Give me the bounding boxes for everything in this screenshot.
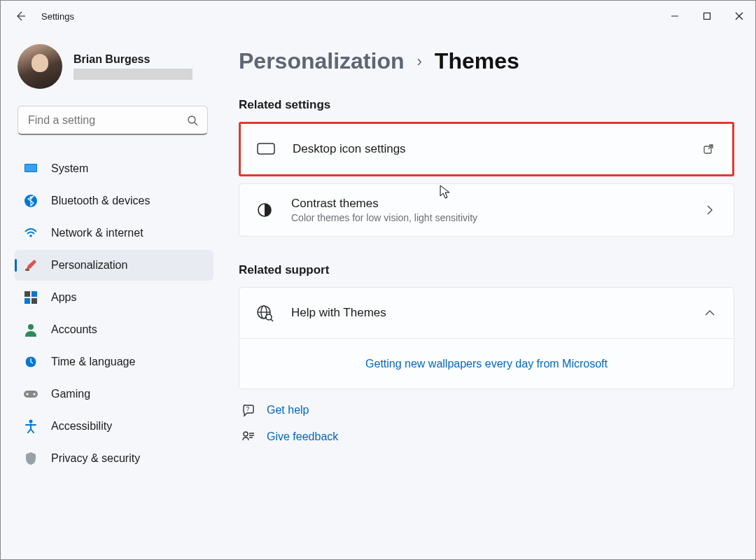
svg-rect-12 <box>31 291 37 297</box>
sidebar: Brian Burgess System Bluetooth & devices <box>1 31 218 559</box>
nav-list: System Bluetooth & devices Network & int… <box>12 153 214 474</box>
contrast-themes-card[interactable]: Contrast themes Color themes for low vis… <box>239 183 734 237</box>
highlighted-region: Desktop icon settings <box>239 122 734 176</box>
svg-point-31 <box>244 432 248 436</box>
nav-item-personalization[interactable]: Personalization <box>15 250 214 281</box>
user-name: Brian Burgess <box>74 53 192 66</box>
svg-point-28 <box>266 314 272 320</box>
wifi-icon <box>23 225 38 241</box>
card-title: Contrast themes <box>291 197 685 211</box>
svg-point-9 <box>29 234 32 237</box>
user-email-redacted <box>74 69 192 80</box>
nav-label: Privacy & security <box>51 452 140 465</box>
nav-label: Time & language <box>51 356 135 368</box>
nav-item-system[interactable]: System <box>15 153 214 184</box>
wallpaper-link-row[interactable]: Getting new wallpapers every day from Mi… <box>239 338 734 388</box>
maximize-icon <box>703 12 711 20</box>
close-button[interactable] <box>723 4 755 29</box>
chevron-right-icon <box>701 204 718 216</box>
link-text: Get help <box>267 404 309 416</box>
svg-point-20 <box>34 393 36 396</box>
avatar <box>18 44 62 89</box>
chevron-right-icon: › <box>417 52 422 71</box>
nav-label: Network & internet <box>51 227 144 239</box>
nav-item-time[interactable]: Time & language <box>15 346 214 377</box>
desktop-icon <box>256 142 276 156</box>
window-title: Settings <box>41 11 74 22</box>
nav-label: Accounts <box>51 323 97 336</box>
breadcrumb-parent[interactable]: Personalization <box>239 48 405 74</box>
apps-icon <box>23 290 38 305</box>
svg-point-4 <box>188 116 195 123</box>
link-text: Give feedback <box>267 430 338 443</box>
svg-rect-22 <box>258 144 274 154</box>
person-icon <box>23 322 38 337</box>
related-support-heading: Related support <box>239 263 734 277</box>
svg-point-19 <box>27 393 29 396</box>
minimize-button[interactable] <box>659 4 691 29</box>
settings-window: Settings Brian Burgess <box>0 0 756 560</box>
give-feedback-link[interactable]: Give feedback <box>241 430 734 444</box>
chevron-up-icon <box>701 309 718 316</box>
search-input[interactable] <box>18 106 208 135</box>
svg-line-5 <box>195 122 197 125</box>
bluetooth-icon <box>23 193 38 209</box>
monitor-icon <box>23 161 38 176</box>
nav-item-apps[interactable]: Apps <box>15 282 214 313</box>
help-with-themes-card: Help with Themes Getting new wallpapers … <box>239 287 734 389</box>
window-controls <box>659 4 755 29</box>
maximize-button[interactable] <box>691 4 723 29</box>
nav-item-network[interactable]: Network & internet <box>15 218 214 248</box>
main-panel: Personalization › Themes Related setting… <box>218 31 755 559</box>
svg-rect-18 <box>24 391 38 398</box>
nav-item-privacy[interactable]: Privacy & security <box>15 443 214 474</box>
card-subtitle: Color themes for low vision, light sensi… <box>291 212 685 223</box>
card-title: Help with Themes <box>291 306 685 320</box>
paintbrush-icon <box>23 258 38 273</box>
breadcrumb-current: Themes <box>435 48 519 74</box>
minimize-icon <box>671 12 679 20</box>
nav-label: Apps <box>51 291 76 304</box>
back-button[interactable] <box>13 9 27 23</box>
nav-item-gaming[interactable]: Gaming <box>15 379 214 410</box>
chat-help-icon: ? <box>241 403 255 417</box>
related-settings-heading: Related settings <box>239 98 734 112</box>
accessibility-icon <box>23 419 38 434</box>
desktop-icon-settings-card[interactable]: Desktop icon settings <box>241 124 732 174</box>
svg-point-15 <box>28 324 34 330</box>
nav-label: Gaming <box>51 388 90 400</box>
titlebar: Settings <box>1 1 755 31</box>
nav-item-accounts[interactable]: Accounts <box>15 314 214 345</box>
globe-search-icon <box>255 304 274 322</box>
feedback-icon <box>241 430 255 444</box>
nav-label: Bluetooth & devices <box>51 195 150 207</box>
nav-label: Personalization <box>51 259 127 272</box>
svg-line-29 <box>271 319 273 321</box>
gamepad-icon <box>23 386 38 402</box>
external-link-icon <box>700 144 717 155</box>
wallpaper-link: Getting new wallpapers every day from Mi… <box>365 358 608 370</box>
help-with-themes-row[interactable]: Help with Themes <box>239 288 734 338</box>
svg-rect-10 <box>25 269 29 271</box>
shield-icon <box>23 451 38 466</box>
nav-item-bluetooth[interactable]: Bluetooth & devices <box>15 186 214 216</box>
svg-rect-14 <box>31 298 37 304</box>
svg-rect-7 <box>25 164 36 172</box>
nav-item-accessibility[interactable]: Accessibility <box>15 411 214 442</box>
svg-rect-11 <box>24 291 30 297</box>
close-icon <box>735 12 743 20</box>
card-title: Desktop icon settings <box>293 142 683 156</box>
breadcrumb: Personalization › Themes <box>239 48 734 74</box>
svg-text:?: ? <box>246 405 249 412</box>
globe-clock-icon <box>23 354 38 370</box>
svg-point-21 <box>29 420 33 424</box>
contrast-icon <box>255 202 274 218</box>
user-account-row[interactable]: Brian Burgess <box>12 40 214 102</box>
nav-label: System <box>51 162 88 175</box>
svg-rect-1 <box>704 13 710 20</box>
nav-label: Accessibility <box>51 420 112 433</box>
svg-rect-13 <box>24 298 30 304</box>
arrow-left-icon <box>15 10 26 22</box>
search-icon <box>187 115 198 126</box>
get-help-link[interactable]: ? Get help <box>241 403 734 417</box>
